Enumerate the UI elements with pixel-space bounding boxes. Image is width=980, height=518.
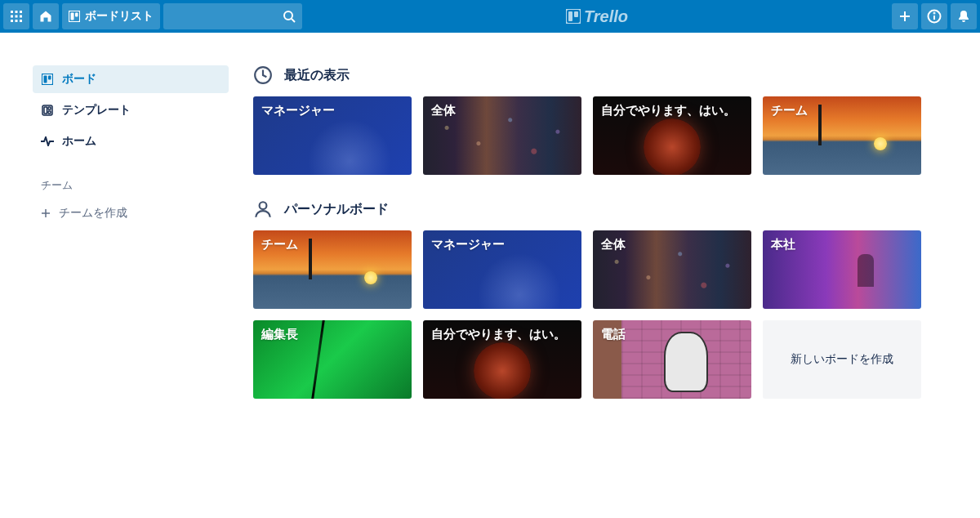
svg-rect-16 bbox=[574, 11, 578, 17]
board-icon bbox=[69, 11, 80, 22]
section-title: 最近の表示 bbox=[284, 67, 350, 84]
sidebar-item-label: テンプレート bbox=[62, 103, 131, 118]
board-title: 全体 bbox=[601, 237, 743, 252]
svg-line-13 bbox=[292, 19, 295, 22]
board-card[interactable]: 編集長 bbox=[253, 320, 412, 399]
sidebar-item-home[interactable]: ホーム bbox=[33, 127, 229, 155]
svg-rect-26 bbox=[44, 107, 47, 114]
svg-rect-24 bbox=[48, 76, 51, 80]
personal-section: パーソナルボード チームマネージャー全体本社編集長自分でやります、はい。電話新し… bbox=[253, 199, 947, 399]
svg-rect-3 bbox=[11, 16, 13, 18]
svg-rect-23 bbox=[44, 76, 47, 83]
svg-rect-15 bbox=[568, 11, 572, 21]
header-center: Trello bbox=[305, 7, 889, 26]
home-icon bbox=[39, 10, 52, 23]
svg-rect-2 bbox=[20, 11, 22, 13]
info-button[interactable] bbox=[921, 3, 947, 29]
person-icon bbox=[253, 199, 273, 219]
svg-point-21 bbox=[934, 13, 935, 14]
plus-icon bbox=[898, 10, 911, 23]
svg-point-12 bbox=[284, 11, 292, 20]
logo-text: Trello bbox=[584, 7, 628, 26]
header-right bbox=[892, 3, 977, 29]
personal-boards-grid: チームマネージャー全体本社編集長自分でやります、はい。電話新しいボードを作成 bbox=[253, 230, 947, 399]
svg-rect-28 bbox=[48, 111, 51, 114]
svg-rect-14 bbox=[566, 9, 581, 24]
svg-rect-11 bbox=[75, 13, 78, 17]
create-team-label: チームを作成 bbox=[59, 206, 127, 221]
board-title: 本社 bbox=[771, 237, 913, 252]
svg-rect-6 bbox=[11, 20, 13, 22]
sidebar: ボード テンプレート ホーム チーム チームを作成 bbox=[33, 65, 229, 423]
search-icon bbox=[283, 10, 296, 23]
svg-point-32 bbox=[260, 202, 267, 209]
board-card[interactable]: 全体 bbox=[593, 230, 751, 309]
plus-icon bbox=[41, 208, 51, 218]
board-card[interactable]: 全体 bbox=[423, 96, 581, 175]
svg-rect-27 bbox=[48, 107, 51, 109]
recent-section: 最近の表示 マネージャー全体自分でやります、はい。チーム bbox=[253, 65, 947, 175]
notifications-button[interactable] bbox=[951, 3, 977, 29]
board-title: 全体 bbox=[431, 103, 573, 118]
board-title: チーム bbox=[261, 237, 403, 252]
board-card[interactable]: 自分でやります、はい。 bbox=[593, 96, 751, 175]
svg-rect-8 bbox=[20, 20, 22, 22]
create-board-card[interactable]: 新しいボードを作成 bbox=[763, 320, 921, 399]
recent-boards-grid: マネージャー全体自分でやります、はい。チーム bbox=[253, 96, 947, 175]
sidebar-item-boards[interactable]: ボード bbox=[33, 65, 229, 93]
section-header: 最近の表示 bbox=[253, 65, 947, 85]
board-card[interactable]: 電話 bbox=[593, 320, 751, 399]
sidebar-item-label: ホーム bbox=[62, 134, 96, 149]
trello-logo-icon bbox=[566, 9, 581, 24]
home-button[interactable] bbox=[33, 3, 59, 29]
trello-logo[interactable]: Trello bbox=[566, 7, 628, 26]
create-button[interactable] bbox=[892, 3, 918, 29]
board-title: 編集長 bbox=[261, 327, 403, 342]
boards-list-button[interactable]: ボードリスト bbox=[62, 3, 160, 29]
board-title: チーム bbox=[771, 103, 913, 118]
svg-rect-22 bbox=[42, 74, 53, 85]
sidebar-item-label: ボード bbox=[62, 72, 96, 87]
svg-rect-0 bbox=[11, 11, 13, 13]
create-team-button[interactable]: チームを作成 bbox=[33, 199, 229, 227]
section-title: パーソナルボード bbox=[284, 201, 389, 218]
sidebar-item-templates[interactable]: テンプレート bbox=[33, 96, 229, 124]
board-card[interactable]: 自分でやります、はい。 bbox=[423, 320, 581, 399]
board-title: マネージャー bbox=[261, 103, 403, 118]
svg-rect-5 bbox=[20, 16, 22, 18]
apps-button[interactable] bbox=[3, 3, 29, 29]
create-board-label: 新しいボードを作成 bbox=[791, 352, 893, 367]
svg-rect-1 bbox=[16, 11, 18, 13]
sidebar-teams-section: チーム チームを作成 bbox=[33, 172, 229, 227]
main: ボード テンプレート ホーム チーム チームを作成 最近の表示 bbox=[0, 33, 980, 423]
svg-rect-9 bbox=[69, 11, 80, 22]
sidebar-teams-label: チーム bbox=[33, 172, 229, 199]
board-title: 自分でやります、はい。 bbox=[431, 327, 573, 342]
search-input[interactable] bbox=[163, 3, 302, 29]
bell-icon bbox=[957, 10, 970, 23]
svg-rect-7 bbox=[16, 20, 18, 22]
board-card[interactable]: チーム bbox=[253, 230, 412, 309]
board-title: 電話 bbox=[601, 327, 743, 342]
apps-grid-icon bbox=[10, 10, 23, 23]
info-icon bbox=[927, 9, 942, 24]
svg-rect-4 bbox=[16, 16, 18, 18]
top-header: ボードリスト Trello bbox=[0, 0, 980, 33]
boards-list-label: ボードリスト bbox=[85, 9, 154, 24]
section-header: パーソナルボード bbox=[253, 199, 947, 219]
template-icon bbox=[41, 104, 54, 117]
board-icon bbox=[41, 73, 54, 86]
board-title: マネージャー bbox=[431, 237, 573, 252]
svg-rect-10 bbox=[71, 13, 74, 20]
board-card[interactable]: マネージャー bbox=[423, 230, 581, 309]
board-title: 自分でやります、はい。 bbox=[601, 103, 743, 118]
board-card[interactable]: 本社 bbox=[763, 230, 921, 309]
board-card[interactable]: チーム bbox=[763, 96, 921, 175]
pulse-icon bbox=[41, 135, 54, 148]
board-card[interactable]: マネージャー bbox=[253, 96, 412, 175]
content: 最近の表示 マネージャー全体自分でやります、はい。チーム パーソナルボード チー… bbox=[253, 65, 947, 423]
clock-icon bbox=[253, 65, 273, 85]
